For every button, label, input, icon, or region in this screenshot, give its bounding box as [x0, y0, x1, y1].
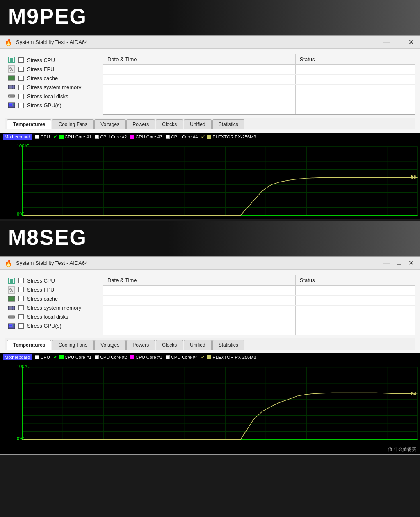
tab-statistics-2[interactable]: Statistics: [212, 340, 244, 350]
date-time-header-1: Date & Time: [103, 54, 295, 65]
stress-cache-checkbox-1[interactable]: [18, 76, 24, 81]
legend-plextor-color-2: [207, 355, 211, 359]
legend-plextor-color-1: [207, 135, 211, 139]
temp-high-label-1: 100°C: [17, 143, 30, 148]
legend-motherboard-1: Motherboard: [3, 134, 32, 140]
maximize-button-1[interactable]: □: [395, 38, 403, 46]
stress-cache-option-1: Stress cache: [8, 74, 100, 82]
stress-fpu-option-1: % Stress FPU: [8, 65, 100, 73]
tabs-row-2: Temperatures Cooling Fans Voltages Power…: [5, 338, 415, 350]
svg-rect-41: [10, 279, 13, 283]
stress-memory-label-2: Stress system memory: [27, 305, 81, 311]
title-bar-controls-1: — □ ✕: [381, 38, 415, 46]
minimize-button-1[interactable]: —: [381, 38, 391, 46]
fpu-icon-1: %: [8, 65, 15, 73]
table-row: [103, 315, 415, 325]
stress-panel-1: Stress CPU % Stress FPU: [5, 54, 415, 115]
legend-core4-color-2: [166, 355, 170, 359]
stress-disks-checkbox-1[interactable]: [18, 94, 24, 99]
tab-clocks-1[interactable]: Clocks: [156, 119, 183, 129]
stress-fpu-checkbox-1[interactable]: [18, 67, 24, 72]
date-time-header-2: Date & Time: [103, 275, 295, 286]
gpu-icon-1: [8, 101, 15, 109]
stress-gpu-label-1: Stress GPU(s): [27, 102, 62, 108]
cache-icon-2: [8, 295, 15, 303]
tab-cooling-fans-2[interactable]: Cooling Fans: [52, 340, 94, 350]
temp-value-label-1: 55: [411, 174, 416, 180]
stress-disks-label-2: Stress local disks: [27, 314, 68, 320]
stress-gpu-checkbox-1[interactable]: [18, 103, 24, 108]
stress-cpu-checkbox-2[interactable]: [18, 278, 24, 283]
gpu-icon-2: [8, 322, 15, 330]
svg-rect-12: [9, 96, 10, 97]
title-bar-controls-2: — □ ✕: [381, 259, 415, 267]
memory-icon-1: [8, 83, 15, 91]
stress-disks-checkbox-2[interactable]: [18, 314, 24, 319]
svg-text:%: %: [9, 67, 13, 71]
stress-memory-label-1: Stress system memory: [27, 84, 81, 90]
stress-cache-checkbox-2[interactable]: [18, 296, 24, 301]
legend-core1-2: ✔ CPU Core #1: [53, 354, 91, 360]
title-bar-1: 🔥 System Stability Test - AIDA64 — □ ✕: [0, 36, 420, 49]
stress-gpu-option-1: Stress GPU(s): [8, 101, 100, 109]
window-body-1: Stress CPU % Stress FPU: [0, 49, 420, 133]
legend-core2-1: CPU Core #2: [95, 134, 127, 139]
tab-voltages-2[interactable]: Voltages: [94, 340, 126, 350]
window-title-2: System Stability Test - AIDA64: [16, 260, 88, 266]
svg-rect-1: [10, 58, 13, 62]
stress-panel-2: Stress CPU % Stress FPU S: [5, 275, 415, 335]
tabs-row-1: Temperatures Cooling Fans Voltages Power…: [5, 118, 415, 129]
tab-unified-2[interactable]: Unified: [184, 340, 211, 350]
window-title-1: System Stability Test - AIDA64: [16, 39, 88, 45]
tab-powers-1[interactable]: Powers: [126, 119, 155, 129]
close-button-1[interactable]: ✕: [407, 38, 415, 46]
stress-cache-label-2: Stress cache: [27, 296, 58, 302]
stress-memory-checkbox-2[interactable]: [18, 305, 24, 310]
stress-fpu-label-2: Stress FPU: [27, 287, 54, 293]
brand-title-1: M9PEG: [8, 4, 87, 29]
stress-fpu-checkbox-2[interactable]: [18, 287, 24, 292]
legend-plextor-2: ✔ PLEXTOR PX-256M8: [201, 354, 256, 360]
flame-icon-1: 🔥: [5, 38, 13, 46]
stress-disks-label-1: Stress local disks: [27, 93, 68, 99]
legend-core3-color-1: [130, 135, 134, 139]
close-button-2[interactable]: ✕: [407, 259, 415, 267]
status-header-1: Status: [295, 54, 415, 65]
tab-temperatures-2[interactable]: Temperatures: [7, 340, 51, 350]
stress-cpu-option-2: Stress CPU: [8, 277, 100, 285]
svg-text:%: %: [9, 288, 13, 292]
temp-low-label-2: 0°C: [17, 436, 24, 441]
table-row: [103, 104, 415, 114]
chart-svg-1: [0, 142, 420, 219]
legend-core1-color-2: [59, 355, 64, 359]
legend-core2-2: CPU Core #2: [95, 355, 127, 360]
minimize-button-2[interactable]: —: [381, 259, 391, 267]
window-2: 🔥 System Stability Test - AIDA64 — □ ✕: [0, 256, 420, 455]
fpu-icon-2: %: [8, 286, 15, 294]
legend-row-2: Motherboard CPU ✔ CPU Core #1 CPU Core #…: [0, 353, 420, 361]
legend-core1-color-1: [59, 135, 64, 139]
cpu-icon-2: [8, 277, 15, 285]
legend-core4-color-1: [166, 135, 170, 139]
legend-cpu-1: CPU: [35, 134, 50, 139]
legend-core2-color-2: [95, 355, 99, 359]
tab-voltages-1[interactable]: Voltages: [94, 119, 126, 129]
svg-rect-6: [8, 85, 15, 89]
tab-temperatures-1[interactable]: Temperatures: [7, 119, 51, 129]
stress-cpu-checkbox-1[interactable]: [18, 57, 24, 63]
maximize-button-2[interactable]: □: [395, 259, 403, 267]
cpu-icon-1: [8, 56, 15, 64]
temp-low-label-1: 0°C: [17, 211, 24, 216]
stress-gpu-checkbox-2[interactable]: [18, 323, 24, 329]
tab-clocks-2[interactable]: Clocks: [156, 340, 183, 350]
tab-statistics-1[interactable]: Statistics: [212, 119, 244, 129]
stress-memory-checkbox-1[interactable]: [18, 85, 24, 90]
legend-cpu-2: CPU: [35, 355, 50, 360]
table-row: [103, 85, 415, 94]
window-1: 🔥 System Stability Test - AIDA64 — □ ✕: [0, 35, 420, 219]
tab-powers-2[interactable]: Powers: [126, 340, 155, 350]
tab-unified-1[interactable]: Unified: [184, 119, 211, 129]
legend-core4-2: CPU Core #4: [166, 355, 198, 360]
tab-cooling-fans-1[interactable]: Cooling Fans: [52, 119, 94, 129]
window-body-2: Stress CPU % Stress FPU S: [0, 270, 420, 354]
